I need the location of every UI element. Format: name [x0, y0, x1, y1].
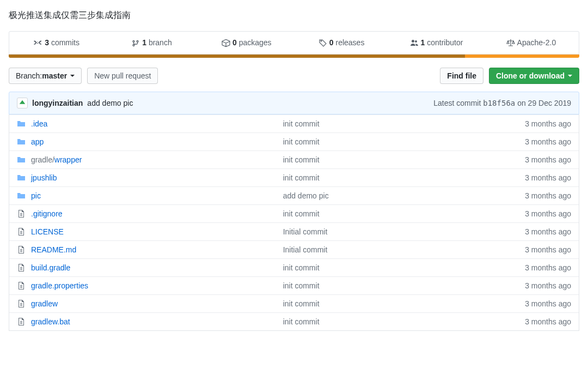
file-icon [17, 299, 26, 308]
file-name-wrap: .idea [31, 119, 47, 128]
file-time: 3 months ago [479, 137, 571, 146]
file-row: .idea init commit 3 months ago [9, 114, 579, 132]
stats-bar: 3 commits 1 branch 0 packages 0 releases… [9, 31, 579, 55]
file-link[interactable]: wrapper [54, 155, 82, 164]
file-row: pic add demo pic 3 months ago [9, 186, 579, 204]
file-row: jpushlib init commit 3 months ago [9, 168, 579, 186]
file-name-wrap: gradlew.bat [31, 317, 70, 326]
commit-meta: Latest commit b18f56a on 29 Dec 2019 [433, 99, 571, 107]
clone-label: Clone or download [496, 71, 565, 80]
stat-branches[interactable]: 1 branch [104, 32, 199, 54]
file-icon [17, 245, 26, 254]
file-name-wrap: gradle.properties [31, 281, 88, 290]
file-row: gradlew.bat init commit 3 months ago [9, 312, 579, 330]
file-time: 3 months ago [479, 299, 571, 308]
stat-releases[interactable]: 0 releases [294, 32, 389, 54]
file-time: 3 months ago [479, 245, 571, 254]
caret-down-icon [70, 75, 75, 77]
commit-author[interactable]: longyinzaitian [32, 99, 83, 107]
file-commit-message[interactable]: Initial commit [283, 227, 479, 236]
contributors-label: contributor [427, 38, 463, 47]
branch-icon [131, 39, 140, 47]
file-commit-message[interactable]: init commit [283, 263, 479, 272]
folder-icon [17, 173, 26, 182]
folder-icon [17, 119, 26, 128]
language-segment [465, 55, 579, 58]
file-commit-message[interactable]: init commit [283, 281, 479, 290]
branches-label: branch [149, 38, 172, 47]
commit-message[interactable]: add demo pic [87, 99, 133, 107]
file-commit-message[interactable]: init commit [283, 299, 479, 308]
file-time: 3 months ago [479, 155, 571, 164]
stat-packages[interactable]: 0 packages [199, 32, 294, 54]
package-icon [222, 39, 230, 47]
file-name-wrap: gradle/wrapper [31, 155, 82, 164]
branch-select-button[interactable]: Branch: master [9, 68, 82, 84]
file-commit-message[interactable]: init commit [283, 119, 479, 128]
file-name-wrap: LICENSE [31, 227, 64, 236]
file-list: .idea init commit 3 months ago app init … [9, 114, 579, 331]
find-file-button[interactable]: Find file [440, 68, 483, 84]
file-commit-message[interactable]: init commit [283, 173, 479, 182]
file-time: 3 months ago [479, 317, 571, 326]
clone-download-button[interactable]: Clone or download [489, 68, 579, 84]
commits-count: 3 [45, 38, 49, 47]
commit-date: on 29 Dec 2019 [515, 99, 571, 107]
language-bar[interactable] [9, 55, 579, 58]
file-row: .gitignore init commit 3 months ago [9, 204, 579, 222]
latest-commit-header: longyinzaitian add demo pic Latest commi… [9, 92, 579, 114]
file-time: 3 months ago [479, 263, 571, 272]
releases-count: 0 [329, 38, 334, 47]
file-name-wrap: .gitignore [31, 209, 63, 218]
file-name-wrap: jpushlib [31, 173, 57, 182]
file-commit-message[interactable]: init commit [283, 155, 479, 164]
file-commit-message[interactable]: Initial commit [283, 245, 479, 254]
file-row: LICENSE Initial commit 3 months ago [9, 222, 579, 240]
commit-sha[interactable]: b18f56a [483, 99, 515, 107]
avatar[interactable] [17, 98, 28, 108]
file-name-wrap: app [31, 137, 44, 146]
people-icon [410, 39, 419, 47]
file-link[interactable]: build.gradle [31, 263, 70, 272]
file-link[interactable]: README.md [31, 245, 76, 254]
file-link[interactable]: .idea [31, 119, 47, 128]
file-link[interactable]: pic [31, 191, 41, 200]
file-link[interactable]: LICENSE [31, 227, 64, 236]
commit-icon [34, 39, 42, 47]
file-time: 3 months ago [479, 173, 571, 182]
file-link[interactable]: .gitignore [31, 209, 63, 218]
file-icon [17, 227, 26, 236]
file-time: 3 months ago [479, 281, 571, 290]
file-link[interactable]: gradlew.bat [31, 317, 70, 326]
file-row: app init commit 3 months ago [9, 132, 579, 150]
avatar-icon [19, 99, 26, 107]
stat-commits[interactable]: 3 commits [9, 32, 104, 54]
new-pull-request-button[interactable]: New pull request [87, 68, 158, 84]
branches-count: 1 [142, 38, 146, 47]
file-link[interactable]: app [31, 137, 44, 146]
branch-prefix: Branch: [16, 71, 42, 80]
commits-label: commits [51, 38, 79, 47]
file-commit-message[interactable]: init commit [283, 209, 479, 218]
caret-down-icon [568, 75, 572, 77]
file-link[interactable]: gradlew [31, 299, 58, 308]
stat-license[interactable]: Apache-2.0 [484, 32, 579, 54]
file-link[interactable]: jpushlib [31, 173, 57, 182]
releases-label: releases [335, 38, 364, 47]
file-row: gradlew init commit 3 months ago [9, 294, 579, 312]
file-commit-message[interactable]: init commit [283, 137, 479, 146]
language-segment [9, 55, 465, 58]
file-commit-message[interactable]: init commit [283, 317, 479, 326]
repo-description: 极光推送集成仅需三步集成指南 [9, 10, 579, 21]
file-link[interactable]: gradle.properties [31, 281, 88, 290]
contributors-count: 1 [421, 38, 425, 47]
tag-icon [318, 39, 327, 47]
actions-row: Branch: master New pull request Find fil… [9, 68, 579, 84]
file-name-wrap: pic [31, 191, 41, 200]
stat-contributors[interactable]: 1 contributor [389, 32, 483, 54]
packages-label: packages [239, 38, 272, 47]
file-icon [17, 209, 26, 218]
file-commit-message[interactable]: add demo pic [283, 191, 479, 200]
file-row: gradle.properties init commit 3 months a… [9, 276, 579, 294]
folder-icon [17, 137, 26, 146]
